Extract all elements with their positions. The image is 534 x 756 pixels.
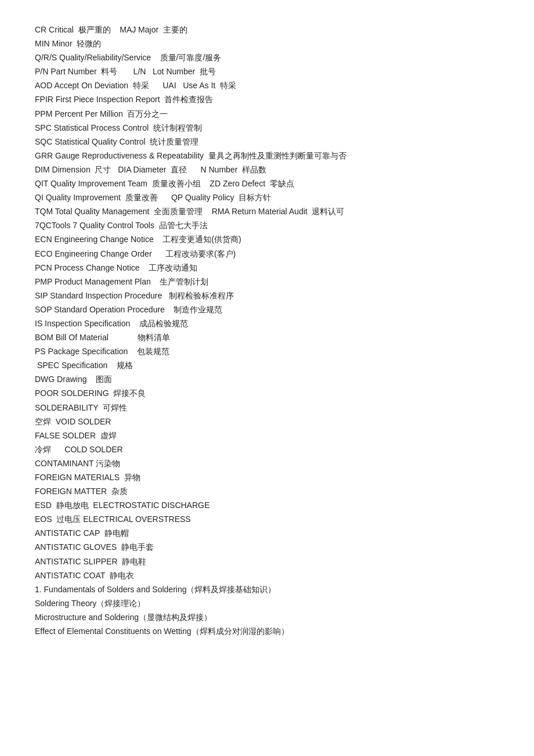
line-item: SOLDERABILITY 可焊性 [35,401,499,415]
line-item: CR Critical 极严重的 MAJ Major 主要的 [35,23,499,37]
line-item: ECO Engineering Change Order 工程改动要求(客户) [35,247,499,261]
line-item: SPEC Specification 规格 [35,359,499,372]
line-item: Q/R/S Quality/Reliability/Service 质量/可靠度… [35,51,499,64]
line-item: P/N Part Number 料号 L/N Lot Number 批号 [35,65,499,78]
line-item: SOP Standard Operation Procedure 制造作业规范 [35,303,499,316]
line-item: Soldering Theory（焊接理论） [35,597,499,610]
line-item: FPIR First Piece Inspection Report 首件检查报… [35,93,499,106]
line-item: BOM Bill Of Material 物料清单 [35,331,499,344]
line-item: SPC Statistical Process Control 统计制程管制 [35,121,499,135]
line-item: TQM Total Quality Management 全面质量管理 RMA … [35,205,499,218]
line-item: MIN Minor 轻微的 [35,37,499,51]
line-item: DIM Dimension 尺寸 DIA Diameter 直径 N Numbe… [35,163,499,177]
line-item: 冷焊 COLD SOLDER [35,443,499,456]
line-item: PPM Percent Per Million 百万分之一 [35,107,499,121]
line-item: ANTISTATIC GLOVES 静电手套 [35,541,499,554]
line-item: ANTISTATIC SLIPPER 静电鞋 [35,555,499,568]
content-area: CR Critical 极严重的 MAJ Major 主要的MIN Minor … [35,23,499,638]
line-item: ANTISTATIC CAP 静电帽 [35,527,499,540]
line-item: ANTISTATIC COAT 静电衣 [35,569,499,582]
line-item: EOS 过电压 ELECTRICAL OVERSTRESS [35,513,499,526]
line-item: SIP Standard Inspection Procedure 制程检验标准… [35,289,499,303]
line-item: ECN Engineering Change Notice 工程变更通知(供货商… [35,233,499,246]
line-item: ESD 静电放电 ELECTROSTATIC DISCHARGE [35,499,499,512]
line-item: FOREIGN MATTER 杂质 [35,485,499,498]
line-item: 1. Fundamentals of Solders and Soldering… [35,583,499,596]
line-item: CONTAMINANT 污染物 [35,457,499,470]
line-item: Effect of Elemental Constituents on Wett… [35,625,499,638]
line-item: SQC Statistical Quality Control 统计质量管理 [35,135,499,149]
line-item: AOD Accept On Deviation 特采 UAI Use As It… [35,79,499,92]
line-item: PCN Process Change Notice 工序改动通知 [35,261,499,275]
line-item: Microstructure and Soldering（显微结构及焊接） [35,611,499,624]
line-item: POOR SOLDERING 焊接不良 [35,387,499,400]
line-item: 7QCTools 7 Quality Control Tools 品管七大手法 [35,219,499,232]
line-item: PS Package Specification 包装规范 [35,345,499,358]
line-item: QI Quality Improvement 质量改善 QP Quality P… [35,191,499,204]
line-item: IS Inspection Specification 成品检验规范 [35,317,499,330]
line-item: FALSE SOLDER 虚焊 [35,429,499,442]
line-item: PMP Product Management Plan 生产管制计划 [35,275,499,289]
line-item: DWG Drawing 图面 [35,373,499,386]
line-item: GRR Gauge Reproductiveness & Repeatabili… [35,149,499,163]
line-item: 空焊 VOID SOLDER [35,415,499,429]
line-item: FOREIGN MATERIALS 异物 [35,471,499,484]
line-item: QIT Quality Improvement Team 质量改善小组 ZD Z… [35,177,499,190]
